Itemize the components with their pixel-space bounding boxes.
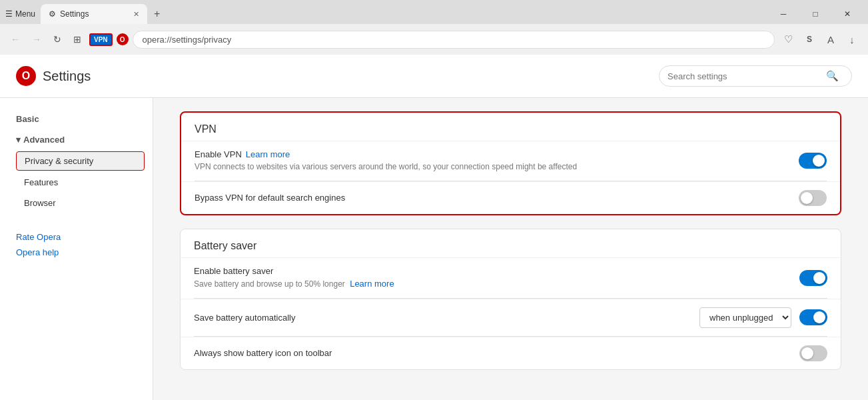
- window-controls: ─ □ ✕: [768, 4, 863, 24]
- enable-battery-desc-text: Save battery and browse up to 50% longer: [194, 279, 345, 289]
- bypass-vpn-info: Bypass VPN for default search engines: [195, 193, 799, 203]
- always-show-battery-toggle[interactable]: [799, 345, 827, 361]
- save-battery-auto-info: Save battery automatically: [194, 313, 699, 323]
- chevron-down-icon: ▾: [16, 135, 21, 145]
- tab-favicon: ⚙: [49, 9, 56, 19]
- sidebar-item-privacy-security[interactable]: Privacy & security: [16, 151, 145, 171]
- enable-battery-text: Enable battery saver: [194, 266, 273, 276]
- enable-battery-info: Enable battery saver Save battery and br…: [194, 266, 799, 290]
- enable-vpn-toggle[interactable]: [799, 153, 827, 169]
- enable-battery-desc: Save battery and browse up to 50% longer…: [194, 278, 799, 290]
- search-box[interactable]: 🔍: [659, 65, 852, 87]
- bypass-vpn-toggle[interactable]: [799, 190, 827, 206]
- bypass-vpn-slider: [799, 190, 827, 206]
- url-input[interactable]: opera://settings/privacy: [133, 31, 775, 49]
- sidebar: Basic ▾ Advanced Privacy & security Feat…: [0, 98, 153, 400]
- heart-icon[interactable]: ♡: [779, 30, 797, 49]
- vpn-learn-more-link[interactable]: Learn more: [246, 149, 290, 159]
- always-show-battery-label: Always show battery icon on toolbar: [194, 348, 799, 358]
- search-input[interactable]: [667, 71, 821, 81]
- search-icon: 🔍: [826, 70, 839, 82]
- enable-vpn-label: Enable VPN Learn more: [195, 149, 799, 159]
- vpn-badge[interactable]: VPN: [89, 33, 113, 46]
- settings-body: Basic ▾ Advanced Privacy & security Feat…: [0, 98, 868, 400]
- opera-logo: O: [16, 66, 36, 86]
- download-icon[interactable]: ↓: [843, 30, 861, 49]
- forward-button[interactable]: →: [28, 31, 45, 47]
- save-battery-controls: when unplugged always never: [699, 307, 827, 328]
- sidebar-item-features[interactable]: Features: [0, 172, 153, 193]
- refresh-button[interactable]: ↻: [49, 31, 65, 47]
- settings-page: O Settings 🔍 Basic ▾ Advanced Privacy & …: [0, 55, 868, 400]
- battery-learn-more-link[interactable]: Learn more: [350, 279, 394, 289]
- battery-section: Battery saver Enable battery saver Save …: [180, 229, 841, 370]
- sidebar-links: Rate Opera Opera help: [0, 224, 153, 265]
- save-battery-auto-row: Save battery automatically when unplugge…: [181, 299, 841, 336]
- maximize-button[interactable]: □: [800, 4, 831, 24]
- sidebar-item-browser[interactable]: Browser: [0, 193, 153, 213]
- enable-battery-label: Enable battery saver: [194, 266, 799, 276]
- page-title: Settings: [43, 69, 91, 84]
- settings-tab[interactable]: ⚙ Settings ✕: [41, 4, 147, 24]
- save-battery-auto-label: Save battery automatically: [194, 313, 699, 323]
- enable-vpn-row: Enable VPN Learn more VPN connects to we…: [181, 141, 840, 181]
- advanced-label: Advanced: [23, 135, 65, 145]
- address-bar: ← → ↻ ⊞ VPN O opera://settings/privacy ♡…: [0, 24, 868, 55]
- always-show-battery-slider: [799, 345, 827, 361]
- battery-section-title: Battery saver: [181, 229, 841, 257]
- sidebar-item-basic[interactable]: Basic: [0, 109, 153, 129]
- always-show-battery-info: Always show battery icon on toolbar: [194, 348, 799, 358]
- sidebar-links-area: Rate Opera Opera help: [0, 224, 153, 265]
- vpn-section: VPN Enable VPN Learn more VPN connects t…: [180, 111, 841, 215]
- enable-battery-toggle[interactable]: [799, 270, 827, 286]
- browser-chrome: ☰ Menu ⚙ Settings ✕ + ─ □ ✕ ← → ↻ ⊞ VPN …: [0, 0, 868, 55]
- bypass-vpn-label: Bypass VPN for default search engines: [195, 193, 799, 203]
- tab-title: Settings: [60, 9, 89, 19]
- main-content: VPN Enable VPN Learn more VPN connects t…: [153, 98, 868, 400]
- battery-mode-dropdown[interactable]: when unplugged always never: [699, 307, 791, 328]
- enable-battery-row: Enable battery saver Save battery and br…: [181, 257, 841, 298]
- menu-button[interactable]: ☰ Menu: [5, 9, 35, 19]
- new-tab-button[interactable]: +: [150, 7, 164, 21]
- rate-opera-link[interactable]: Rate Opera: [16, 229, 137, 245]
- save-battery-auto-toggle[interactable]: [799, 309, 827, 325]
- save-battery-auto-slider: [799, 309, 827, 325]
- opera-icon: O: [117, 33, 129, 45]
- back-button[interactable]: ←: [7, 31, 24, 47]
- settings-header: O Settings 🔍: [0, 55, 868, 98]
- opera-help-link[interactable]: Opera help: [16, 245, 137, 260]
- minimize-button[interactable]: ─: [768, 4, 799, 24]
- enable-vpn-slider: [799, 153, 827, 169]
- settings-title-area: O Settings: [16, 66, 91, 86]
- sidebar-item-advanced[interactable]: ▾ Advanced: [0, 129, 153, 150]
- enable-vpn-text: Enable VPN: [195, 149, 242, 159]
- advanced-toggle: ▾ Advanced: [16, 135, 137, 145]
- enable-vpn-info: Enable VPN Learn more VPN connects to we…: [195, 149, 799, 173]
- translate-icon[interactable]: A: [821, 30, 840, 49]
- grid-button[interactable]: ⊞: [69, 31, 85, 47]
- enable-battery-slider: [799, 270, 827, 286]
- close-button[interactable]: ✕: [832, 4, 863, 24]
- url-text: opera://settings/privacy: [143, 35, 232, 45]
- bypass-vpn-row: Bypass VPN for default search engines: [181, 181, 840, 214]
- tab-bar: ☰ Menu ⚙ Settings ✕ + ─ □ ✕: [0, 0, 868, 24]
- always-show-battery-row: Always show battery icon on toolbar: [181, 337, 841, 369]
- vpn-section-title: VPN: [181, 113, 840, 141]
- toolbar-icons: ♡ S A ↓: [779, 30, 861, 49]
- tab-close-button[interactable]: ✕: [133, 10, 139, 19]
- menu-label: Menu: [15, 9, 35, 19]
- enable-vpn-desc: VPN connects to websites via various ser…: [195, 161, 799, 173]
- menu-icon: ☰: [5, 9, 13, 19]
- s-badge-icon[interactable]: S: [800, 30, 819, 49]
